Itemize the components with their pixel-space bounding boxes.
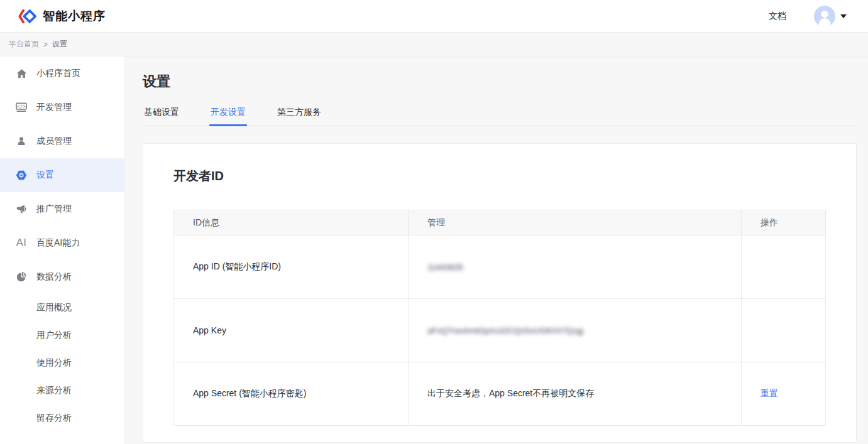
breadcrumb: 平台首页 > 设置: [0, 33, 868, 57]
app-logo[interactable]: 智能小程序: [18, 8, 106, 24]
action-cell: [742, 299, 826, 362]
sidebar-item-label: 推广管理: [36, 203, 72, 215]
sidebar-item-label: 数据分析: [36, 271, 72, 283]
tab-dev-settings[interactable]: 开发设置: [209, 107, 247, 126]
table-header-cell: 管理: [409, 210, 742, 236]
sidebar-item-label: 小程序首页: [36, 68, 80, 79]
developer-id-table: ID信息管理操作 App ID (智能小程序ID)11443635App Key…: [173, 210, 826, 426]
account-menu[interactable]: [814, 6, 847, 27]
member-icon: [15, 136, 28, 146]
manage-cell: 出于安全考虑，App Secret不再被明文保存: [409, 362, 742, 426]
ai-icon: AI: [15, 237, 28, 249]
sidebar-subitem-retention-analysis[interactable]: 留存分析: [0, 404, 124, 432]
megaphone-icon: [15, 204, 28, 214]
top-header: 智能小程序 文档: [0, 0, 868, 33]
developer-id-card: 开发者ID ID信息管理操作 App ID (智能小程序ID)11443635A…: [143, 143, 857, 443]
sidebar-subitem-usage-analysis[interactable]: 使用分析: [0, 349, 124, 377]
sidebar-item-member-management[interactable]: 成员管理: [0, 124, 124, 158]
code-icon: </>: [15, 102, 28, 112]
sidebar-item-promotion[interactable]: 推广管理: [0, 192, 124, 226]
sidebar-subitem-user-analysis[interactable]: 用户分析: [0, 322, 124, 349]
home-icon: [15, 68, 28, 79]
table-header-cell: 操作: [742, 210, 826, 236]
id-info-cell: App Key: [174, 299, 409, 362]
blurred-value: 11443635: [427, 263, 463, 272]
id-info-cell: App ID (智能小程序ID): [174, 236, 409, 299]
sidebar-item-settings[interactable]: 设置: [0, 158, 124, 192]
table-row: App ID (智能小程序ID)11443635: [174, 236, 826, 299]
card-title: 开发者ID: [173, 168, 826, 185]
sidebar-item-baidu-ai[interactable]: AI百度AI能力: [0, 226, 124, 260]
sidebar-item-label: 百度AI能力: [36, 237, 80, 249]
chevron-down-icon[interactable]: [840, 14, 847, 18]
settings-icon: [15, 170, 28, 180]
main-content: 设置 基础设置开发设置第三方服务 开发者ID ID信息管理操作 App ID (…: [125, 57, 868, 444]
table-row: App Secret (智能小程序密匙)出于安全考虑，App Secret不再被…: [174, 362, 826, 426]
id-info-cell: App Secret (智能小程序密匙): [174, 362, 409, 426]
pie-chart-icon: [15, 272, 28, 282]
settings-tabs: 基础设置开发设置第三方服务: [143, 107, 857, 126]
tab-basic-settings[interactable]: 基础设置: [143, 107, 180, 126]
page-title: 设置: [143, 72, 857, 91]
cell-value: 出于安全考虑，App Secret不再被明文保存: [427, 388, 594, 398]
logo-text: 智能小程序: [43, 8, 106, 24]
breadcrumb-current: 设置: [52, 39, 67, 50]
action-cell: 重置: [742, 362, 826, 426]
manage-cell: 11443635: [409, 236, 742, 299]
sidebar-item-label: 设置: [36, 170, 54, 181]
sidebar-item-data-analysis[interactable]: 数据分析: [0, 260, 124, 294]
table-row: App KeyaFxQ7rwshmtGpAs32CQnSxUGKhX7Qsgj: [174, 299, 826, 362]
avatar[interactable]: [814, 6, 835, 27]
tab-third-party[interactable]: 第三方服务: [276, 107, 322, 126]
action-cell: [742, 236, 826, 299]
breadcrumb-separator: >: [43, 40, 48, 49]
sidebar-item-dev-management[interactable]: </>开发管理: [0, 90, 124, 124]
sidebar-subitem-source-analysis[interactable]: 来源分析: [0, 377, 124, 404]
reset-button[interactable]: 重置: [761, 388, 778, 398]
sidebar-nav: 小程序首页</>开发管理成员管理设置推广管理AI百度AI能力数据分析应用概况用户…: [0, 57, 125, 444]
breadcrumb-root[interactable]: 平台首页: [9, 39, 39, 50]
svg-text:</>: </>: [17, 104, 26, 109]
sidebar-subitem-app-overview[interactable]: 应用概况: [0, 294, 124, 322]
manage-cell: aFxQ7rwshmtGpAs32CQnSxUGKhX7Qsgj: [409, 299, 742, 362]
sidebar-item-label: 开发管理: [36, 102, 72, 113]
table-header-cell: ID信息: [174, 210, 409, 236]
sidebar-item-label: 成员管理: [36, 136, 72, 147]
docs-link[interactable]: 文档: [769, 11, 786, 22]
blurred-value: aFxQ7rwshmtGpAs32CQnSxUGKhX7Qsgj: [427, 326, 583, 335]
logo-diamond-icon: [18, 8, 36, 24]
sidebar-item-home[interactable]: 小程序首页: [0, 57, 124, 90]
